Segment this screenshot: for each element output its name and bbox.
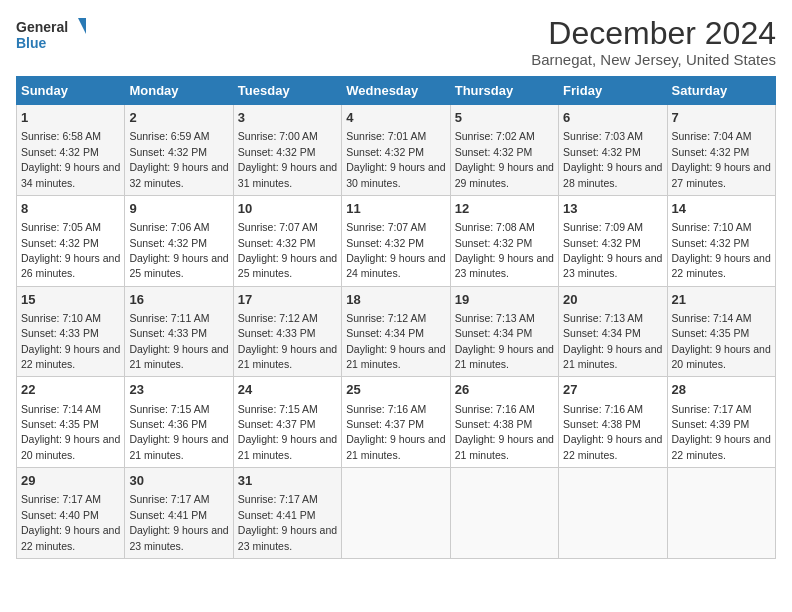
day-number: 27 [563,381,662,399]
calendar-cell: 31 Sunrise: 7:17 AM Sunset: 4:41 PM Dayl… [233,468,341,559]
day-number: 13 [563,200,662,218]
calendar-table: SundayMondayTuesdayWednesdayThursdayFrid… [16,76,776,559]
calendar-cell [342,468,450,559]
day-number: 2 [129,109,228,127]
day-info: Sunrise: 7:15 AM Sunset: 4:36 PM Dayligh… [129,403,228,461]
day-info: Sunrise: 7:05 AM Sunset: 4:32 PM Dayligh… [21,221,120,279]
calendar-cell: 12 Sunrise: 7:08 AM Sunset: 4:32 PM Dayl… [450,195,558,286]
calendar-cell: 4 Sunrise: 7:01 AM Sunset: 4:32 PM Dayli… [342,105,450,196]
column-header-wednesday: Wednesday [342,77,450,105]
column-header-monday: Monday [125,77,233,105]
calendar-header-row: SundayMondayTuesdayWednesdayThursdayFrid… [17,77,776,105]
calendar-cell: 9 Sunrise: 7:06 AM Sunset: 4:32 PM Dayli… [125,195,233,286]
calendar-cell: 16 Sunrise: 7:11 AM Sunset: 4:33 PM Dayl… [125,286,233,377]
column-header-thursday: Thursday [450,77,558,105]
calendar-cell: 10 Sunrise: 7:07 AM Sunset: 4:32 PM Dayl… [233,195,341,286]
svg-marker-2 [78,18,86,34]
day-info: Sunrise: 7:12 AM Sunset: 4:34 PM Dayligh… [346,312,445,370]
day-info: Sunrise: 7:17 AM Sunset: 4:41 PM Dayligh… [129,493,228,551]
calendar-week-row: 8 Sunrise: 7:05 AM Sunset: 4:32 PM Dayli… [17,195,776,286]
page-subtitle: Barnegat, New Jersey, United States [531,51,776,68]
calendar-cell: 17 Sunrise: 7:12 AM Sunset: 4:33 PM Dayl… [233,286,341,377]
day-number: 1 [21,109,120,127]
day-info: Sunrise: 7:02 AM Sunset: 4:32 PM Dayligh… [455,130,554,188]
calendar-cell: 21 Sunrise: 7:14 AM Sunset: 4:35 PM Dayl… [667,286,775,377]
day-info: Sunrise: 7:04 AM Sunset: 4:32 PM Dayligh… [672,130,771,188]
day-info: Sunrise: 7:00 AM Sunset: 4:32 PM Dayligh… [238,130,337,188]
day-number: 6 [563,109,662,127]
svg-text:Blue: Blue [16,35,47,51]
day-number: 15 [21,291,120,309]
calendar-cell: 7 Sunrise: 7:04 AM Sunset: 4:32 PM Dayli… [667,105,775,196]
day-info: Sunrise: 7:17 AM Sunset: 4:39 PM Dayligh… [672,403,771,461]
day-number: 11 [346,200,445,218]
day-number: 25 [346,381,445,399]
column-header-tuesday: Tuesday [233,77,341,105]
day-info: Sunrise: 7:07 AM Sunset: 4:32 PM Dayligh… [238,221,337,279]
calendar-week-row: 1 Sunrise: 6:58 AM Sunset: 4:32 PM Dayli… [17,105,776,196]
calendar-cell: 19 Sunrise: 7:13 AM Sunset: 4:34 PM Dayl… [450,286,558,377]
calendar-cell [559,468,667,559]
day-number: 20 [563,291,662,309]
day-number: 28 [672,381,771,399]
calendar-cell: 24 Sunrise: 7:15 AM Sunset: 4:37 PM Dayl… [233,377,341,468]
day-info: Sunrise: 7:17 AM Sunset: 4:40 PM Dayligh… [21,493,120,551]
day-info: Sunrise: 7:16 AM Sunset: 4:38 PM Dayligh… [455,403,554,461]
title-area: December 2024 Barnegat, New Jersey, Unit… [531,16,776,68]
calendar-cell: 14 Sunrise: 7:10 AM Sunset: 4:32 PM Dayl… [667,195,775,286]
column-header-saturday: Saturday [667,77,775,105]
day-number: 12 [455,200,554,218]
page-title: December 2024 [531,16,776,51]
day-number: 5 [455,109,554,127]
calendar-cell: 22 Sunrise: 7:14 AM Sunset: 4:35 PM Dayl… [17,377,125,468]
logo-icon: General Blue [16,16,86,56]
day-info: Sunrise: 7:09 AM Sunset: 4:32 PM Dayligh… [563,221,662,279]
day-info: Sunrise: 7:17 AM Sunset: 4:41 PM Dayligh… [238,493,337,551]
day-info: Sunrise: 7:01 AM Sunset: 4:32 PM Dayligh… [346,130,445,188]
day-number: 17 [238,291,337,309]
day-number: 23 [129,381,228,399]
calendar-cell: 18 Sunrise: 7:12 AM Sunset: 4:34 PM Dayl… [342,286,450,377]
day-info: Sunrise: 7:08 AM Sunset: 4:32 PM Dayligh… [455,221,554,279]
day-number: 9 [129,200,228,218]
day-info: Sunrise: 7:10 AM Sunset: 4:33 PM Dayligh… [21,312,120,370]
day-number: 30 [129,472,228,490]
calendar-cell: 20 Sunrise: 7:13 AM Sunset: 4:34 PM Dayl… [559,286,667,377]
calendar-cell: 13 Sunrise: 7:09 AM Sunset: 4:32 PM Dayl… [559,195,667,286]
day-info: Sunrise: 7:03 AM Sunset: 4:32 PM Dayligh… [563,130,662,188]
day-number: 14 [672,200,771,218]
day-info: Sunrise: 7:10 AM Sunset: 4:32 PM Dayligh… [672,221,771,279]
day-number: 19 [455,291,554,309]
calendar-cell: 27 Sunrise: 7:16 AM Sunset: 4:38 PM Dayl… [559,377,667,468]
day-info: Sunrise: 7:14 AM Sunset: 4:35 PM Dayligh… [672,312,771,370]
calendar-cell: 5 Sunrise: 7:02 AM Sunset: 4:32 PM Dayli… [450,105,558,196]
day-number: 22 [21,381,120,399]
day-info: Sunrise: 7:07 AM Sunset: 4:32 PM Dayligh… [346,221,445,279]
day-number: 10 [238,200,337,218]
day-info: Sunrise: 7:11 AM Sunset: 4:33 PM Dayligh… [129,312,228,370]
calendar-cell [667,468,775,559]
calendar-cell: 28 Sunrise: 7:17 AM Sunset: 4:39 PM Dayl… [667,377,775,468]
calendar-cell: 1 Sunrise: 6:58 AM Sunset: 4:32 PM Dayli… [17,105,125,196]
calendar-cell: 30 Sunrise: 7:17 AM Sunset: 4:41 PM Dayl… [125,468,233,559]
day-number: 21 [672,291,771,309]
calendar-cell: 6 Sunrise: 7:03 AM Sunset: 4:32 PM Dayli… [559,105,667,196]
day-number: 7 [672,109,771,127]
calendar-cell: 23 Sunrise: 7:15 AM Sunset: 4:36 PM Dayl… [125,377,233,468]
svg-text:General: General [16,19,68,35]
calendar-week-row: 29 Sunrise: 7:17 AM Sunset: 4:40 PM Dayl… [17,468,776,559]
day-info: Sunrise: 7:16 AM Sunset: 4:38 PM Dayligh… [563,403,662,461]
calendar-cell: 2 Sunrise: 6:59 AM Sunset: 4:32 PM Dayli… [125,105,233,196]
day-info: Sunrise: 7:16 AM Sunset: 4:37 PM Dayligh… [346,403,445,461]
calendar-cell: 3 Sunrise: 7:00 AM Sunset: 4:32 PM Dayli… [233,105,341,196]
column-header-friday: Friday [559,77,667,105]
page-header: General Blue December 2024 Barnegat, New… [16,16,776,68]
day-number: 24 [238,381,337,399]
day-number: 4 [346,109,445,127]
logo: General Blue [16,16,86,56]
day-info: Sunrise: 7:14 AM Sunset: 4:35 PM Dayligh… [21,403,120,461]
day-info: Sunrise: 6:59 AM Sunset: 4:32 PM Dayligh… [129,130,228,188]
day-number: 31 [238,472,337,490]
calendar-cell: 15 Sunrise: 7:10 AM Sunset: 4:33 PM Dayl… [17,286,125,377]
day-number: 18 [346,291,445,309]
